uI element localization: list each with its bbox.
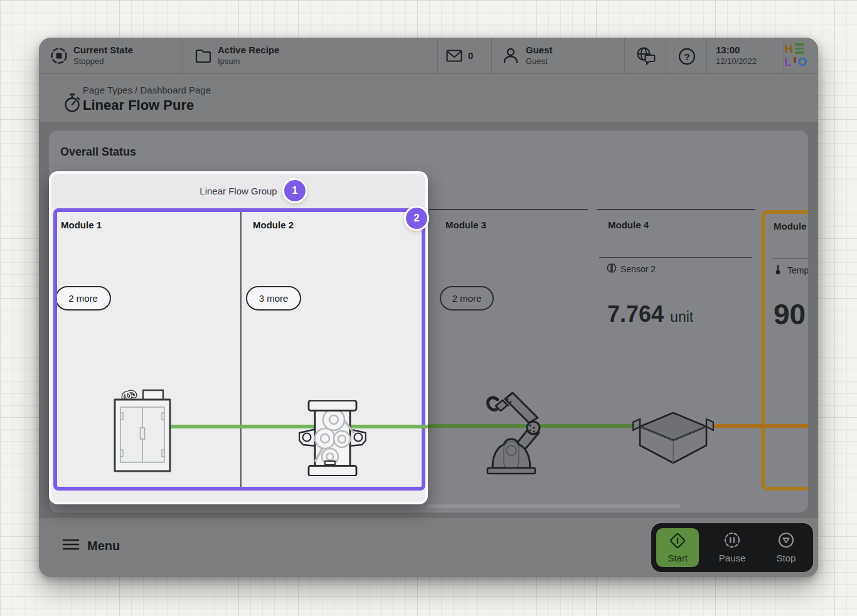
helio-logo: H L O: [784, 43, 807, 68]
help-icon: ?: [677, 46, 697, 69]
pause-icon: [724, 532, 740, 551]
start-label: Start: [668, 553, 688, 563]
module4-name: Module 4: [608, 220, 649, 230]
start-button[interactable]: Start: [656, 528, 699, 567]
clock-date: 12/10/2022: [716, 56, 757, 66]
module5-sensor-label: Temp: [787, 265, 808, 275]
active-recipe-cell: Active Recipe Ipsum: [183, 38, 438, 74]
stop-icon: [778, 532, 794, 551]
breadcrumb: Page Types / Dashboard Page: [83, 85, 211, 95]
winder-machine-icon: [299, 400, 366, 479]
cabinet-machine-icon: [114, 389, 171, 475]
brain-sensor-icon: [606, 263, 617, 277]
hamburger-icon: [62, 537, 80, 555]
notifications-cell[interactable]: 0: [438, 38, 492, 74]
menu-button[interactable]: Menu: [62, 537, 120, 555]
thermometer-icon: [774, 264, 782, 278]
module3-top-border: [429, 209, 588, 210]
module5-tile: Module 5 Temp 90: [761, 210, 808, 491]
user-icon: [501, 46, 521, 68]
module5-divider: [772, 258, 808, 258]
module4-top-border: [597, 209, 755, 210]
start-icon: [669, 533, 686, 551]
walkthrough-badge-2: 2: [406, 208, 427, 229]
group-highlight-rect: [53, 208, 425, 491]
help-cell[interactable]: ?: [666, 38, 707, 74]
module4-value: 7.764 unit: [607, 301, 693, 327]
page-title: Linear Flow Pure: [83, 97, 194, 114]
stopwatch-icon: [63, 92, 82, 116]
module4-sensor-label: Sensor 2: [620, 264, 656, 274]
module3-more-button[interactable]: 2 more: [440, 286, 494, 311]
user-cell[interactable]: Guest Guest: [492, 38, 625, 74]
stopped-state-icon: [49, 46, 69, 68]
logo-letter-l: L: [784, 56, 792, 68]
active-recipe-value: Ipsum: [218, 56, 240, 66]
module3-name: Module 3: [445, 220, 486, 230]
robot-arm-icon: [480, 389, 543, 479]
clock-time: 13:00: [716, 45, 740, 56]
globe-chat-icon: [636, 46, 657, 68]
walkthrough-badge-1: 1: [284, 180, 306, 201]
app-window: Current State Stopped Active Recipe Ipsu…: [39, 38, 818, 577]
module5-value: 90: [774, 297, 806, 331]
logo-letter-h: H: [784, 43, 793, 55]
mail-count: 0: [468, 50, 473, 61]
clock-cell: 13:00 12/10/2022: [707, 38, 784, 74]
open-box-icon: [632, 405, 714, 470]
folder-icon: [194, 48, 212, 66]
bottom-bar: Menu Start Pause Stop: [39, 518, 818, 577]
machine-control-cluster: Start Pause Stop: [651, 523, 813, 572]
flow-line-orange: [714, 424, 808, 428]
linear-flow-group-card: Linear Flow Group Module 1 2 more Module…: [49, 171, 428, 504]
logo-letter-o: O: [798, 56, 807, 68]
top-bar: Current State Stopped Active Recipe Ipsu…: [39, 38, 818, 74]
menu-label: Menu: [87, 539, 120, 553]
module4-divider: [599, 257, 752, 258]
module4-unit: unit: [670, 309, 693, 325]
active-recipe-label: Active Recipe: [218, 45, 279, 56]
current-state-value: Stopped: [73, 56, 104, 66]
logo-letter-i: [794, 57, 796, 63]
current-state-label: Current State: [73, 45, 133, 56]
group-header: Linear Flow Group: [51, 174, 425, 208]
page-header: Page Types / Dashboard Page Linear Flow …: [39, 74, 818, 123]
module5-name: Module 5: [774, 221, 808, 231]
stop-button[interactable]: Stop: [767, 528, 805, 567]
current-state-cell: Current State Stopped: [39, 38, 183, 74]
horizontal-scrollbar[interactable]: [427, 504, 681, 508]
svg-text:?: ?: [684, 51, 689, 62]
user-role: Guest: [526, 56, 548, 66]
mail-icon: [445, 48, 463, 66]
stop-label: Stop: [777, 553, 796, 563]
pause-button[interactable]: Pause: [713, 528, 751, 567]
user-name: Guest: [526, 45, 553, 56]
pause-label: Pause: [719, 553, 746, 563]
group-label: Linear Flow Group: [200, 186, 277, 196]
panel-title: Overall Status: [60, 146, 136, 159]
language-cell[interactable]: [625, 38, 666, 74]
logo-letter-e: [795, 43, 804, 54]
